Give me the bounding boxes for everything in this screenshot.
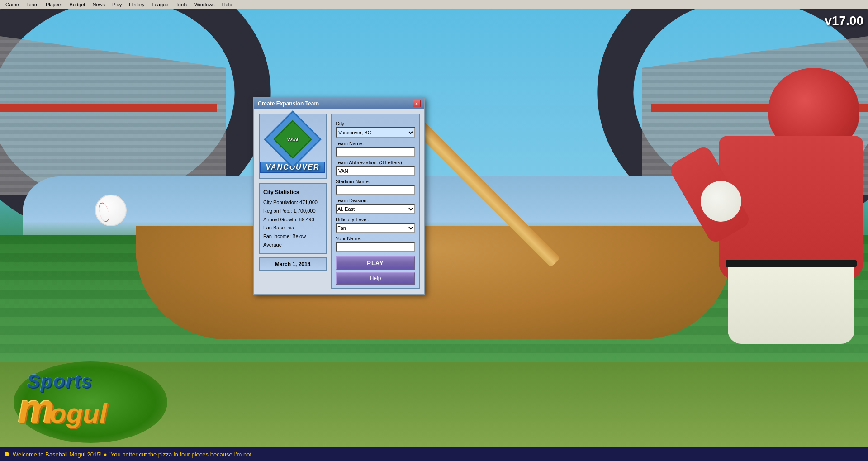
- statusbar: Welcome to Baseball Mogul 2015! ● "You b…: [0, 447, 868, 461]
- menu-game[interactable]: Game: [2, 1, 23, 8]
- logo-m-text: m: [18, 389, 54, 429]
- city-population: City Population: 471,000: [263, 198, 322, 207]
- date-display: March 1, 2014: [259, 257, 327, 271]
- menu-play[interactable]: Play: [109, 1, 125, 8]
- city-label: City:: [336, 121, 415, 126]
- batter-character: [583, 68, 863, 375]
- sports-mogul-logo: Sports m ogul: [14, 361, 167, 443]
- menu-news[interactable]: News: [89, 1, 109, 8]
- menubar: Game Team Players Budget News Play Histo…: [0, 0, 868, 9]
- fan-income: Fan Income: Below Average: [263, 232, 322, 249]
- city-stats-title: City Statistics: [263, 188, 322, 197]
- baseball-decoration: [95, 195, 127, 226]
- dialog-titlebar: Create Expansion Team ×: [254, 98, 424, 109]
- stadium-name-input[interactable]: [336, 185, 415, 195]
- menu-help[interactable]: Help: [218, 1, 236, 8]
- menu-tools[interactable]: Tools: [172, 1, 191, 8]
- form-section: City: Vancouver, BC Montreal, QC Toronto…: [331, 114, 420, 289]
- menu-team[interactable]: Team: [23, 1, 42, 8]
- team-abbr-label: Team Abbreviation: (3 Letters): [336, 160, 415, 165]
- team-abbr-input[interactable]: [336, 166, 415, 176]
- team-logo-diamond: VAN: [272, 119, 313, 160]
- play-button[interactable]: PLAY: [336, 256, 415, 270]
- help-button[interactable]: Help: [336, 272, 415, 285]
- stadium-name-label: Stadium Name:: [336, 179, 415, 184]
- status-dot: [5, 452, 9, 456]
- logo-text: VAN: [272, 119, 313, 160]
- status-text: Welcome to Baseball Mogul 2015! ● "You b…: [13, 451, 251, 458]
- menu-windows[interactable]: Windows: [191, 1, 218, 8]
- team-name-label: Team Name:: [336, 141, 415, 146]
- region-pop: Region Pop.: 1,700,000: [263, 207, 322, 215]
- fan-base: Fan Base: n/a: [263, 223, 322, 232]
- your-name-label: Your Name:: [336, 236, 415, 241]
- team-division-select[interactable]: AL East AL Central AL West NL East NL Ce…: [336, 204, 415, 214]
- menu-budget[interactable]: Budget: [66, 1, 89, 8]
- create-expansion-team-dialog: Create Expansion Team × VAN VANCOUVER Ci…: [253, 97, 425, 295]
- city-select[interactable]: Vancouver, BC Montreal, QC Toronto, ON C…: [336, 127, 415, 138]
- version-label: v17.00: [825, 14, 863, 28]
- your-name-input[interactable]: [336, 242, 415, 252]
- team-division-label: Team Division:: [336, 198, 415, 203]
- dialog-close-button[interactable]: ×: [413, 100, 421, 107]
- team-logo-area: VAN VANCOUVER: [259, 114, 327, 179]
- difficulty-select[interactable]: Fan Rookie Pro All-Star Hall of Fame: [336, 223, 415, 233]
- annual-growth: Annual Growth: 89,490: [263, 215, 322, 224]
- menu-history[interactable]: History: [125, 1, 148, 8]
- menu-players[interactable]: Players: [42, 1, 66, 8]
- menu-league[interactable]: League: [148, 1, 172, 8]
- dialog-title: Create Expansion Team: [258, 100, 319, 107]
- logo-ogul-text: ogul: [50, 400, 107, 427]
- difficulty-label: Difficulty Level:: [336, 217, 415, 222]
- team-name-input[interactable]: [336, 147, 415, 157]
- city-stats-panel: City Statistics City Population: 471,000…: [259, 183, 327, 254]
